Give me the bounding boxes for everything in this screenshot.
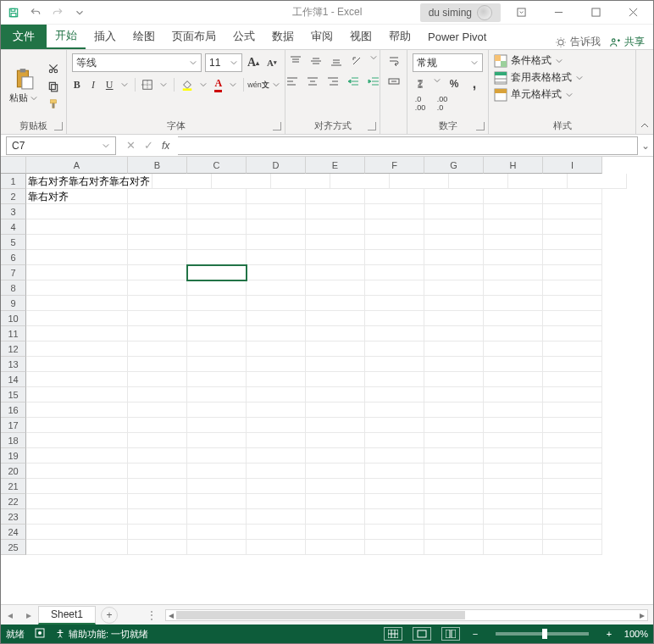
cell[interactable] [128, 235, 187, 250]
formula-input[interactable] [178, 136, 638, 155]
cell[interactable] [484, 280, 543, 296]
cell[interactable] [187, 448, 247, 464]
cell[interactable] [128, 402, 187, 418]
cell[interactable] [543, 540, 602, 555]
decrease-decimal-icon[interactable]: .00.0 [435, 96, 450, 111]
cell[interactable] [484, 402, 543, 418]
increase-indent-icon[interactable] [366, 74, 381, 89]
cell[interactable] [26, 219, 128, 235]
cell[interactable] [247, 509, 306, 525]
row-header[interactable]: 3 [1, 204, 26, 219]
font-name-select[interactable]: 等线 [72, 53, 202, 72]
cell[interactable] [365, 509, 424, 525]
col-header[interactable]: G [424, 157, 484, 174]
share-button[interactable]: 共享 [609, 35, 645, 49]
bold-icon[interactable]: B [72, 77, 81, 92]
cell[interactable] [449, 174, 508, 189]
conditional-format-button[interactable]: 条件格式 [494, 53, 630, 68]
align-center-icon[interactable] [305, 74, 320, 89]
cell[interactable] [187, 280, 247, 296]
cell[interactable] [484, 494, 543, 509]
cell[interactable] [424, 372, 484, 387]
cell[interactable] [365, 204, 424, 219]
tab-view[interactable]: 视图 [341, 24, 380, 49]
cell[interactable] [247, 189, 306, 204]
cell[interactable] [330, 174, 390, 189]
row-header[interactable]: 18 [1, 433, 26, 448]
row-header[interactable]: 17 [1, 418, 26, 433]
cell[interactable] [543, 402, 602, 418]
col-header[interactable]: E [306, 157, 365, 174]
sheet-nav-next-icon[interactable]: ▸ [21, 608, 36, 623]
tab-insert[interactable]: 插入 [86, 24, 125, 49]
cell[interactable] [424, 402, 484, 418]
cell[interactable] [26, 357, 128, 372]
cell[interactable] [26, 464, 128, 479]
tab-layout[interactable]: 页面布局 [164, 24, 224, 49]
cell[interactable] [128, 387, 187, 402]
cell[interactable] [543, 204, 602, 219]
cell[interactable] [247, 448, 306, 464]
cell[interactable] [484, 540, 543, 555]
cell[interactable] [365, 326, 424, 341]
tab-draw[interactable]: 绘图 [125, 24, 164, 49]
row-header[interactable]: 7 [1, 265, 26, 280]
cell[interactable] [543, 479, 602, 494]
align-top-icon[interactable] [288, 53, 303, 69]
row-header[interactable]: 23 [1, 509, 26, 525]
collapse-ribbon-icon[interactable] [636, 50, 653, 134]
zoom-out-icon[interactable]: − [470, 629, 480, 639]
cell[interactable] [365, 372, 424, 387]
cell[interactable] [247, 525, 306, 540]
cell[interactable] [306, 189, 365, 204]
cell[interactable] [247, 357, 306, 372]
underline-icon[interactable]: U [105, 77, 114, 92]
cell[interactable] [424, 250, 484, 265]
cell[interactable] [365, 357, 424, 372]
cell[interactable] [508, 174, 568, 189]
cell[interactable] [187, 250, 247, 265]
cell[interactable] [306, 418, 365, 433]
cell[interactable] [187, 311, 247, 326]
cell[interactable] [424, 464, 484, 479]
cell[interactable] [128, 372, 187, 387]
cell[interactable] [484, 479, 543, 494]
cell[interactable] [306, 433, 365, 448]
cell[interactable] [128, 509, 187, 525]
cell[interactable] [128, 250, 187, 265]
cell[interactable] [424, 311, 484, 326]
cell[interactable] [484, 204, 543, 219]
cell[interactable] [424, 509, 484, 525]
cell[interactable] [247, 235, 306, 250]
tab-powerpivot[interactable]: Power Pivot [419, 24, 495, 49]
row-header[interactable]: 9 [1, 296, 26, 311]
col-header[interactable]: D [247, 157, 306, 174]
cell[interactable] [365, 448, 424, 464]
cell[interactable] [26, 341, 128, 357]
align-right-icon[interactable] [325, 74, 341, 89]
cell[interactable] [26, 509, 128, 525]
cell[interactable] [187, 235, 247, 250]
row-header[interactable]: 14 [1, 372, 26, 387]
cell[interactable] [365, 402, 424, 418]
row-header[interactable]: 11 [1, 326, 26, 341]
cell[interactable] [187, 509, 247, 525]
cell[interactable] [390, 174, 449, 189]
sheet-nav-prev-icon[interactable]: ◂ [3, 608, 18, 623]
cell[interactable] [271, 174, 330, 189]
cell[interactable] [26, 402, 128, 418]
cell[interactable] [128, 204, 187, 219]
cell[interactable] [26, 250, 128, 265]
cell[interactable] [128, 219, 187, 235]
cell[interactable] [306, 387, 365, 402]
row-header[interactable]: 15 [1, 387, 26, 402]
cell[interactable] [484, 525, 543, 540]
cell[interactable] [128, 280, 187, 296]
row-header[interactable]: 12 [1, 341, 26, 357]
dialog-launcher-icon[interactable] [54, 122, 63, 130]
cell[interactable] [424, 341, 484, 357]
align-middle-icon[interactable] [308, 53, 324, 69]
cell[interactable] [247, 204, 306, 219]
tab-review[interactable]: 审阅 [302, 24, 341, 49]
page-layout-view-icon[interactable] [413, 627, 431, 641]
